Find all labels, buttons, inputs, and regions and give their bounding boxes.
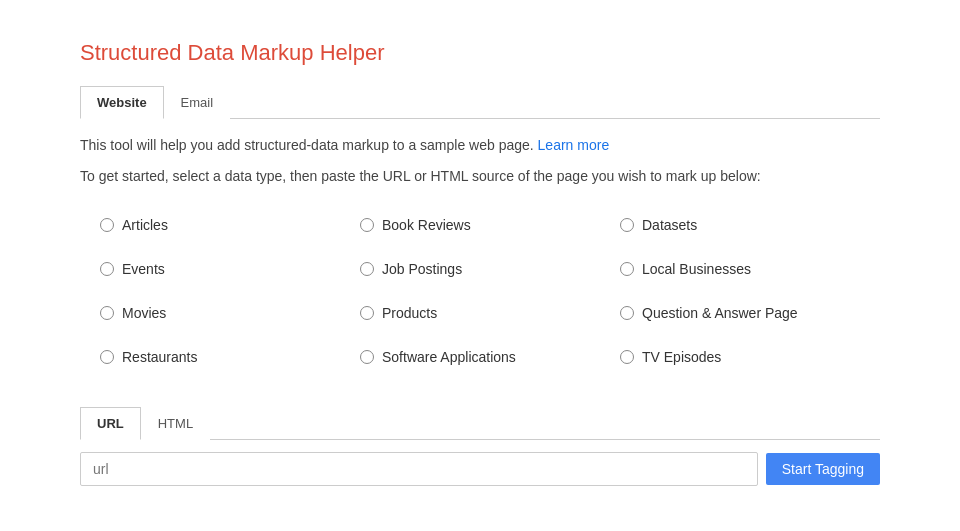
radio-articles	[100, 218, 114, 232]
radio-question-answer	[620, 306, 634, 320]
data-type-question-answer[interactable]: Question & Answer Page	[620, 299, 880, 327]
data-type-events[interactable]: Events	[100, 255, 360, 283]
data-type-software-applications[interactable]: Software Applications	[360, 343, 620, 371]
data-type-book-reviews[interactable]: Book Reviews	[360, 211, 620, 239]
radio-software-applications	[360, 350, 374, 364]
radio-tv-episodes	[620, 350, 634, 364]
input-tab-url[interactable]: URL	[80, 407, 141, 440]
page-container: Structured Data Markup Helper Website Em…	[60, 0, 900, 526]
data-type-datasets[interactable]: Datasets	[620, 211, 880, 239]
data-type-tv-episodes[interactable]: TV Episodes	[620, 343, 880, 371]
url-input-row: Start Tagging	[80, 452, 880, 486]
start-tagging-button[interactable]: Start Tagging	[766, 453, 880, 485]
learn-more-link[interactable]: Learn more	[538, 137, 610, 153]
data-type-articles[interactable]: Articles	[100, 211, 360, 239]
tab-website[interactable]: Website	[80, 86, 164, 119]
tab-email[interactable]: Email	[164, 86, 231, 119]
description-text: This tool will help you add structured-d…	[80, 135, 880, 156]
page-title: Structured Data Markup Helper	[80, 40, 880, 66]
data-type-restaurants[interactable]: Restaurants	[100, 343, 360, 371]
radio-book-reviews	[360, 218, 374, 232]
radio-job-postings	[360, 262, 374, 276]
radio-products	[360, 306, 374, 320]
radio-local-businesses	[620, 262, 634, 276]
main-tabs: Website Email	[80, 86, 880, 119]
radio-events	[100, 262, 114, 276]
input-tabs: URL HTML	[80, 407, 880, 440]
data-types-grid: Articles Book Reviews Datasets Events Jo…	[80, 211, 880, 371]
radio-movies	[100, 306, 114, 320]
data-type-job-postings[interactable]: Job Postings	[360, 255, 620, 283]
data-type-local-businesses[interactable]: Local Businesses	[620, 255, 880, 283]
url-input[interactable]	[80, 452, 758, 486]
radio-restaurants	[100, 350, 114, 364]
radio-datasets	[620, 218, 634, 232]
input-tab-html[interactable]: HTML	[141, 407, 210, 440]
instruction-text: To get started, select a data type, then…	[80, 166, 880, 187]
data-type-products[interactable]: Products	[360, 299, 620, 327]
data-type-movies[interactable]: Movies	[100, 299, 360, 327]
